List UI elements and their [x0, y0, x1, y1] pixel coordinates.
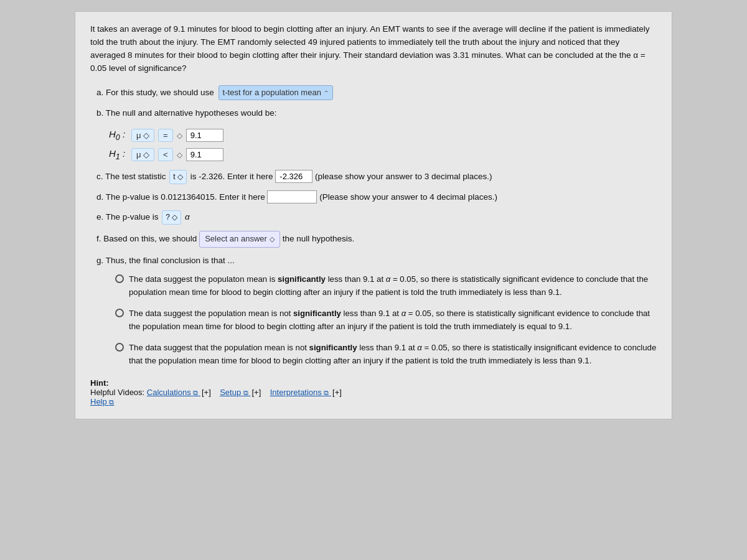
hint-label-row: Hint:: [90, 378, 657, 388]
question-d: d. The p-value is 0.0121364015. Enter it…: [96, 190, 657, 204]
radio-option-3[interactable]: [115, 343, 124, 352]
alpha-symbol: α: [185, 212, 190, 222]
h0-circle[interactable]: ◇: [177, 131, 182, 140]
question-f: f. Based on this, we should Select an an…: [96, 231, 657, 248]
h0-value-input[interactable]: [186, 129, 223, 142]
test-stat-input[interactable]: [275, 170, 312, 183]
question-b: b. The null and alternative hypotheses w…: [96, 106, 657, 120]
h1-row: H1 : μ ◇ < ◇: [109, 148, 657, 161]
setup-link[interactable]: Setup ⧉: [220, 388, 250, 397]
conclusion-text-1: The data suggest the populaton mean is s…: [129, 273, 657, 299]
h1-circle[interactable]: ◇: [177, 151, 182, 159]
question-e: e. The p-value is ? ◇ α: [96, 210, 657, 225]
helpful-videos-row: Helpful Videos: Calculations ⧉ [+] Setup…: [90, 388, 657, 397]
question-g-label: g. Thus, the final conclusion is that ..…: [96, 256, 235, 265]
question-c-suffix: (please show your answer to 3 decimal pl…: [315, 172, 492, 181]
h0-label: H0 :: [109, 129, 128, 142]
ext-link-icon-interp: ⧉: [324, 389, 329, 396]
question-section: a. For this study, we should use t-test …: [96, 85, 657, 367]
select-answer-arrow: ◇: [270, 234, 275, 245]
conclusion-option-2: The data suggest the population mean is …: [115, 307, 657, 333]
h0-operator-select[interactable]: =: [158, 129, 173, 142]
h1-operator-select[interactable]: <: [158, 148, 173, 161]
question-a-label: a. For this study, we should use: [96, 88, 214, 97]
question-b-label: b. The null and alternative hypotheses w…: [96, 108, 276, 118]
ext-link-icon-setup: ⧉: [243, 389, 248, 396]
test-type-value: t-test for a population mean: [223, 88, 321, 97]
ext-link-icon-calc: ⧉: [193, 389, 198, 396]
comparison-select[interactable]: ? ◇: [162, 210, 181, 225]
question-c-text: is -2.326. Enter it here: [190, 172, 273, 181]
main-container: It takes an average of 9.1 minutes for b…: [75, 11, 672, 419]
test-stat-type[interactable]: t ◇: [169, 170, 187, 184]
question-c-label: c. The test statistic: [96, 172, 166, 181]
hint-label: Hint:: [90, 378, 109, 388]
h1-value-input[interactable]: [186, 148, 223, 161]
h1-symbol-select[interactable]: μ ◇: [131, 148, 154, 161]
intro-text: It takes an average of 9.1 minutes for b…: [90, 24, 650, 73]
question-f-suffix: the null hypothesis.: [283, 234, 355, 243]
question-g-label-row: g. Thus, the final conclusion is that ..…: [96, 254, 657, 268]
h1-label: H1 :: [109, 148, 128, 161]
question-a: a. For this study, we should use t-test …: [96, 85, 657, 101]
hypothesis-block: H0 : μ ◇ = ◇ H1 : μ ◇ < ◇: [109, 129, 657, 161]
calculations-link[interactable]: Calculations ⧉: [147, 388, 200, 397]
radio-option-1[interactable]: [115, 274, 124, 283]
help-link[interactable]: Help ⧉: [90, 397, 114, 406]
h0-symbol-select[interactable]: μ ◇: [131, 129, 154, 142]
pvalue-input[interactable]: [267, 190, 317, 203]
calculations-expand[interactable]: [+]: [202, 388, 211, 397]
select-arrow-icon: ⌃: [324, 90, 329, 96]
conclusion-option-3: The data suggest that the population mea…: [115, 342, 657, 367]
help-row: Help ⧉: [90, 397, 657, 406]
intro-paragraph: It takes an average of 9.1 minutes for b…: [90, 23, 657, 75]
setup-label: Setup: [220, 388, 241, 397]
conclusion-option-1: The data suggest the populaton mean is s…: [115, 273, 657, 299]
hint-section: Hint: Helpful Videos: Calculations ⧉ [+]…: [90, 378, 657, 406]
radio-option-2[interactable]: [115, 309, 124, 317]
conclusion-text-3: The data suggest that the population mea…: [129, 342, 657, 367]
ext-link-icon-help: ⧉: [109, 398, 114, 406]
h0-row: H0 : μ ◇ = ◇: [109, 129, 657, 142]
conclusion-options: The data suggest the populaton mean is s…: [115, 273, 657, 367]
question-f-label: f. Based on this, we should: [96, 234, 197, 243]
question-d-label: d. The p-value is 0.0121364015. Enter it…: [96, 192, 265, 202]
setup-expand[interactable]: [+]: [251, 388, 261, 397]
select-answer-btn[interactable]: Select an answer ◇: [199, 231, 280, 248]
select-answer-value: Select an answer: [205, 233, 267, 246]
videos-label: Helpful Videos:: [90, 388, 144, 397]
question-e-label: e. The p-value is: [96, 212, 159, 222]
calculations-label: Calculations: [147, 388, 191, 397]
question-c: c. The test statistic t ◇ is -2.326. Ent…: [96, 170, 657, 184]
interpretations-link[interactable]: Interpretations ⧉: [270, 388, 331, 397]
interpretations-expand[interactable]: [+]: [332, 388, 342, 397]
conclusion-text-2: The data suggest the population mean is …: [129, 307, 657, 333]
interpretations-label: Interpretations: [270, 388, 322, 397]
help-label: Help: [90, 397, 107, 406]
test-type-select[interactable]: t-test for a population mean ⌃: [218, 85, 333, 101]
question-d-suffix: (Please show your answer to 4 decimal pl…: [319, 192, 497, 202]
